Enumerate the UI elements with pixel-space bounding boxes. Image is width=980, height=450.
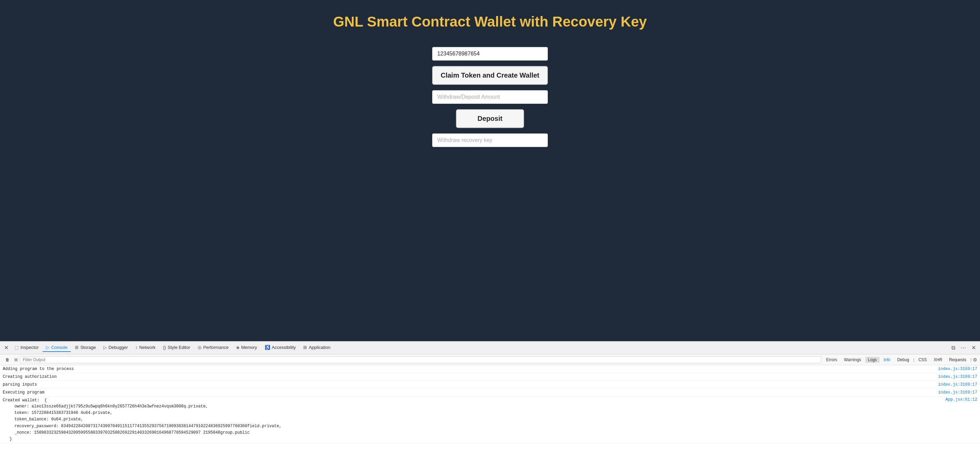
memory-icon: ◈ (236, 345, 240, 350)
log-row-0: Adding program to the process index.js:3… (0, 365, 980, 373)
performance-icon: ◎ (198, 345, 202, 350)
tab-style-editor-label: Style Editor (168, 345, 190, 350)
devtools-toolbar-right: ⧉ ⋯ ✕ (950, 343, 978, 352)
devtools-close-btn[interactable]: ✕ (969, 343, 978, 352)
filter-output-label: ⊞ (14, 357, 18, 362)
tab-performance[interactable]: ◎ Performance (194, 343, 232, 352)
log-row-1: Creating authorization index.js:3169:17 (0, 373, 980, 381)
tab-application[interactable]: ⊞ Application (300, 343, 334, 352)
tab-performance-label: Performance (203, 345, 228, 350)
console-output: Adding program to the process index.js:3… (0, 365, 980, 450)
log-row-2: parsing inputs index.js:3169:17 (0, 381, 980, 389)
log-link-2[interactable]: index.js:3169:17 (938, 382, 977, 387)
tab-storage-label: Storage (80, 345, 96, 350)
page-title: GNL Smart Contract Wallet with Recovery … (333, 14, 647, 30)
log-link-3[interactable]: index.js:3169:17 (938, 390, 977, 395)
tab-memory[interactable]: ◈ Memory (233, 343, 261, 352)
token-id-input[interactable] (432, 47, 548, 61)
devtools-more-icon[interactable]: ⋯ (959, 343, 968, 352)
log-row-4: Created wallet: { App.jsx:61:12 owner: a… (0, 397, 980, 444)
log-text-2: parsing inputs (3, 381, 935, 388)
filter-logs[interactable]: Logs (865, 357, 880, 363)
accessibility-icon: ♿ (265, 345, 270, 350)
filter-debug[interactable]: Debug (894, 357, 912, 363)
tab-console-label: Console (51, 345, 67, 350)
filter-requests[interactable]: Requests (946, 357, 969, 363)
console-right-filters: Errors Warnings Logs Info Debug | CSS XH… (824, 357, 977, 363)
log-link-4[interactable]: App.jsx:61:12 (945, 397, 977, 404)
application-icon: ⊞ (303, 345, 307, 350)
console-bar: 🗑 ⊞ Errors Warnings Logs Info Debug | CS… (0, 354, 980, 365)
log-row-4-header: Created wallet: { App.jsx:61:12 (3, 397, 977, 404)
log-text-0: Adding program to the process (3, 366, 935, 372)
filter-errors[interactable]: Errors (824, 357, 840, 363)
console-icon: ▷ (46, 345, 49, 350)
app-area: GNL Smart Contract Wallet with Recovery … (0, 0, 980, 341)
filter-warnings[interactable]: Warnings (841, 357, 864, 363)
deposit-button[interactable]: Deposit (456, 109, 524, 128)
network-icon: ↕ (135, 345, 138, 350)
filter-separator-2: | (970, 357, 972, 362)
tab-accessibility-label: Accessibility (272, 345, 296, 350)
log-text-4-body: owner: aleo13ssze66adjjkt795z9u5wpq8h6kn… (3, 404, 977, 442)
tab-debugger-label: Debugger (108, 345, 128, 350)
claim-token-button[interactable]: Claim Token and Create Wallet (432, 66, 548, 85)
debugger-icon: ▷ (103, 345, 107, 350)
withdraw-recovery-input[interactable] (432, 133, 548, 147)
tab-style-editor[interactable]: {} Style Editor (159, 343, 194, 352)
tab-application-label: Application (309, 345, 331, 350)
devtools-close-icon[interactable]: ✕ (2, 343, 11, 352)
tab-network[interactable]: ↕ Network (132, 343, 159, 352)
tab-accessibility[interactable]: ♿ Accessibility (261, 343, 299, 352)
console-settings-btn[interactable]: ⚙ (973, 357, 977, 362)
log-link-0[interactable]: index.js:3169:17 (938, 367, 977, 371)
log-text-1: Creating authorization (3, 374, 935, 380)
devtools-toolbar: ✕ ⬚ Inspector ▷ Console ⊞ Storage ▷ Debu… (0, 341, 980, 354)
filter-css[interactable]: CSS (916, 357, 930, 363)
console-clear-btn[interactable]: 🗑 (3, 357, 12, 363)
withdraw-deposit-input[interactable] (432, 90, 548, 104)
tab-inspector[interactable]: ⬚ Inspector (11, 343, 42, 352)
tab-debugger[interactable]: ▷ Debugger (100, 343, 131, 352)
filter-output-input[interactable] (20, 356, 821, 363)
tab-inspector-label: Inspector (21, 345, 38, 350)
filter-xhr[interactable]: XHR (931, 357, 945, 363)
log-row-3: Executing program index.js:3169:17 (0, 389, 980, 397)
devtools-dock-icon[interactable]: ⧉ (950, 343, 957, 352)
storage-icon: ⊞ (75, 345, 79, 350)
tab-console[interactable]: ▷ Console (43, 343, 71, 352)
log-text-3: Executing program (3, 389, 935, 396)
tab-network-label: Network (139, 345, 156, 350)
devtools-panel: ✕ ⬚ Inspector ▷ Console ⊞ Storage ▷ Debu… (0, 341, 980, 450)
filter-separator-1: | (913, 357, 914, 362)
tab-memory-label: Memory (241, 345, 257, 350)
filter-info[interactable]: Info (881, 357, 893, 363)
inspector-icon: ⬚ (14, 345, 19, 350)
log-link-1[interactable]: index.js:3169:17 (938, 375, 977, 379)
style-editor-icon: {} (163, 345, 166, 350)
tab-storage[interactable]: ⊞ Storage (72, 343, 99, 352)
log-text-4-top: Created wallet: { (3, 397, 943, 404)
